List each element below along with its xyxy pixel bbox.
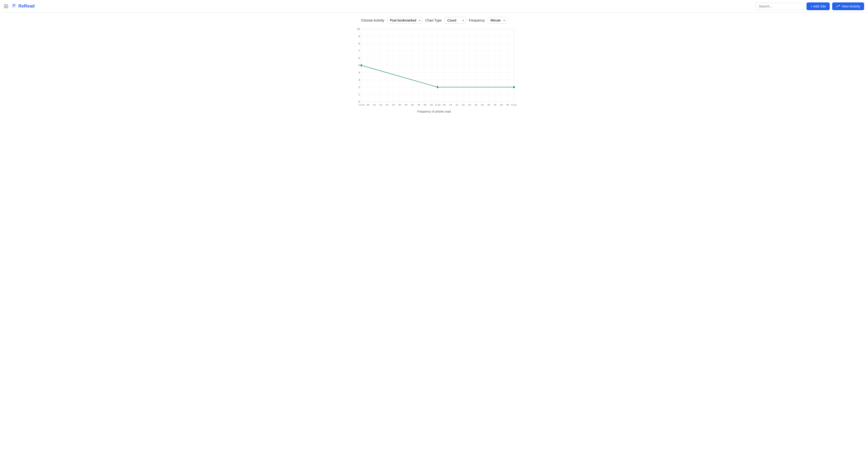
svg-text::25: :25 bbox=[392, 103, 395, 106]
chart-type-label: Chart Type bbox=[425, 19, 442, 22]
svg-text::10: :10 bbox=[449, 103, 452, 106]
add-site-button[interactable]: + Add Site bbox=[806, 2, 830, 10]
svg-text::50: :50 bbox=[423, 103, 427, 106]
svg-text:7: 7 bbox=[359, 50, 360, 52]
svg-text:5: 5 bbox=[359, 64, 360, 67]
data-point-0 bbox=[360, 64, 363, 67]
svg-text::40: :40 bbox=[487, 103, 490, 106]
svg-text:1: 1 bbox=[359, 93, 360, 96]
svg-text:8: 8 bbox=[359, 42, 360, 45]
svg-text::30: :30 bbox=[398, 103, 401, 106]
svg-text::45: :45 bbox=[417, 103, 420, 106]
svg-text::05: :05 bbox=[366, 103, 369, 106]
chart-wrapper: 10 9 8 7 6 5 4 3 2 1 0 11:19 : bbox=[352, 27, 516, 113]
brand-name: ReRead bbox=[19, 4, 35, 9]
frequency-select-wrapper: Minute Hour Day bbox=[488, 17, 507, 24]
svg-text:0: 0 bbox=[359, 100, 360, 103]
svg-text::20: :20 bbox=[385, 103, 388, 106]
sidebar-toggle[interactable] bbox=[4, 3, 10, 9]
logo-icon bbox=[11, 3, 17, 9]
search-input[interactable] bbox=[755, 3, 804, 10]
line-chart: 10 9 8 7 6 5 4 3 2 1 0 11:19 : bbox=[352, 27, 516, 109]
svg-text:11:21: 11:21 bbox=[511, 103, 516, 106]
chart-type-select[interactable]: Count Average Sum bbox=[445, 17, 466, 24]
header-left: ReRead bbox=[4, 3, 35, 9]
svg-text::15: :15 bbox=[455, 103, 458, 106]
header-right: + Add Site View Activity bbox=[755, 2, 864, 10]
data-point-1 bbox=[436, 86, 439, 88]
svg-text::55: :55 bbox=[430, 103, 433, 106]
activity-select[interactable]: Post bookmarked Post read Post saved bbox=[387, 17, 423, 24]
svg-text::55: :55 bbox=[506, 103, 509, 106]
x-axis-label: Frequency of articles read bbox=[352, 110, 516, 113]
frequency-select[interactable]: Minute Hour Day bbox=[488, 17, 507, 24]
frequency-label: Frequency bbox=[469, 19, 485, 22]
svg-text::15: :15 bbox=[379, 103, 382, 106]
view-activity-button[interactable]: View Activity bbox=[832, 2, 864, 10]
svg-text:3: 3 bbox=[359, 78, 360, 81]
svg-text:6: 6 bbox=[359, 57, 360, 60]
svg-text::45: :45 bbox=[493, 103, 496, 106]
svg-text::10: :10 bbox=[372, 103, 376, 106]
svg-text::50: :50 bbox=[500, 103, 503, 106]
app-header: ReRead + Add Site View Activity bbox=[0, 0, 868, 12]
activity-select-wrapper: Post bookmarked Post read Post saved bbox=[387, 17, 423, 24]
svg-text::25: :25 bbox=[468, 103, 471, 106]
choose-activity-label: Choose Activity bbox=[361, 19, 384, 22]
activity-icon bbox=[836, 4, 840, 8]
data-point-2 bbox=[513, 86, 515, 88]
svg-text:11:19: 11:19 bbox=[359, 103, 364, 106]
chart-type-select-wrapper: Count Average Sum bbox=[445, 17, 466, 24]
svg-text:9: 9 bbox=[359, 35, 360, 38]
svg-text::30: :30 bbox=[474, 103, 477, 106]
chart-container: 10 9 8 7 6 5 4 3 2 1 0 11:19 : bbox=[0, 27, 868, 113]
svg-text:2: 2 bbox=[359, 86, 360, 89]
svg-text:11:20: 11:20 bbox=[435, 103, 440, 106]
svg-text::35: :35 bbox=[480, 103, 484, 106]
chart-controls: Choose Activity Post bookmarked Post rea… bbox=[0, 12, 868, 27]
svg-text::05: :05 bbox=[442, 103, 445, 106]
svg-text:4: 4 bbox=[359, 71, 360, 74]
svg-text::35: :35 bbox=[404, 103, 407, 106]
svg-text::20: :20 bbox=[461, 103, 465, 106]
svg-text::40: :40 bbox=[410, 103, 414, 106]
svg-text:10: 10 bbox=[357, 28, 360, 31]
